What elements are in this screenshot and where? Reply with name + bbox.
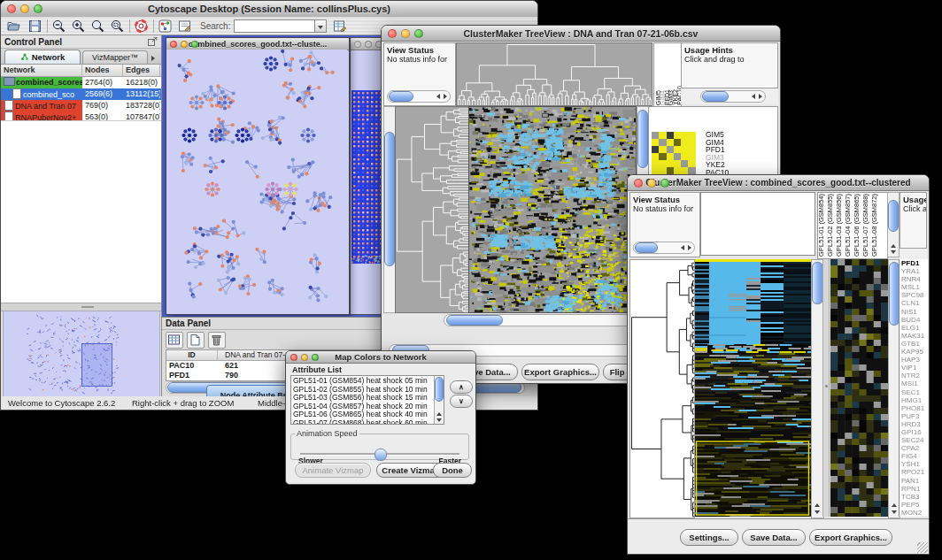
network-window-1[interactable]: combined_scores_good.txt--cluste... — [166, 37, 350, 315]
gene-label[interactable]: YRA1 — [900, 267, 928, 275]
column-label[interactable]: GIM4 — [660, 90, 664, 105]
open-folder-icon[interactable] — [6, 19, 22, 34]
gene-label[interactable]: CPA2 — [900, 444, 928, 452]
minimize-button[interactable] — [365, 41, 372, 48]
network-view-canvas[interactable] — [166, 50, 347, 312]
attribute-listbox[interactable]: GPL51-01 (GSM854) heat shock 05 minGPL51… — [290, 375, 444, 425]
id-column-header[interactable]: ID — [166, 350, 218, 360]
close-button[interactable] — [7, 4, 16, 13]
scrollbar-thumb[interactable] — [702, 91, 729, 102]
heatmap2-canvas[interactable] — [695, 259, 811, 517]
minimize-button[interactable] — [301, 354, 308, 361]
treeview1-left-scrollbar[interactable] — [383, 106, 396, 313]
resize-grip[interactable] — [917, 542, 928, 553]
zoom-out-icon[interactable] — [51, 19, 67, 34]
close-button[interactable] — [634, 179, 643, 188]
column-dendrogram-canvas[interactable] — [456, 42, 652, 106]
row-dendrogram2-canvas[interactable] — [629, 259, 695, 518]
treeview2-title-bar[interactable]: ClusterMaker TreeView : combined_scores_… — [628, 175, 929, 191]
close-button[interactable] — [170, 41, 177, 48]
gene-label[interactable]: MAK31 — [900, 332, 928, 340]
zoom-heatmap-canvas[interactable] — [830, 259, 888, 517]
scrollbar-thumb[interactable] — [637, 110, 648, 168]
correlation-mini-heatmap[interactable] — [652, 132, 696, 174]
help-ring-icon[interactable] — [134, 19, 150, 34]
move-down-button[interactable]: ∨ — [450, 395, 473, 408]
gene-label[interactable]: VIP1 — [900, 364, 928, 372]
scroll-left-arrow[interactable] — [681, 245, 684, 250]
gene-label[interactable]: KAP95 — [900, 348, 928, 356]
gene-label[interactable]: RPN1 — [900, 485, 928, 493]
gene-label[interactable]: SEC1 — [900, 388, 928, 396]
gene-label[interactable]: PUF3 — [900, 412, 928, 420]
tab-overflow-button[interactable] — [151, 53, 160, 64]
scrollbar-thumb[interactable] — [435, 377, 444, 402]
scroll-right-arrow[interactable] — [688, 245, 691, 250]
gene-label[interactable]: FIG4 — [900, 452, 928, 460]
gene-label[interactable]: PEP5 — [900, 501, 928, 509]
done-button[interactable]: Done — [433, 463, 472, 478]
save-data-button[interactable]: Save Data... — [742, 529, 806, 546]
float-panel-icon[interactable] — [148, 34, 158, 50]
export-graphics-button[interactable]: Export Graphics... — [809, 529, 892, 546]
close-button[interactable] — [354, 41, 361, 48]
col-network[interactable]: Network — [1, 65, 82, 76]
scroll-right-arrow[interactable] — [444, 94, 447, 99]
zoom-button[interactable] — [660, 179, 669, 188]
gene-label[interactable]: BUD4 — [900, 316, 928, 324]
scroll-up-arrow[interactable] — [815, 503, 820, 507]
view-status-scrollbar[interactable] — [387, 90, 451, 103]
minimize-button[interactable] — [20, 4, 29, 13]
search-input[interactable] — [234, 19, 315, 33]
gene-label[interactable]: PFD1 — [900, 259, 928, 267]
dialog-title-bar[interactable]: Map Colors to Network — [286, 351, 475, 364]
vizmapper-icon[interactable] — [158, 19, 174, 34]
gene-label[interactable]: MSI1 — [900, 380, 928, 387]
gene-label[interactable]: NIS1 — [900, 308, 928, 316]
export-graphics-button[interactable]: Export Graphics... — [521, 364, 599, 380]
scrollbar-thumb[interactable] — [384, 132, 395, 266]
new-document-icon[interactable] — [187, 332, 205, 349]
main-title-bar[interactable]: Cytoscape Desktop (Session Name: collins… — [1, 1, 537, 18]
treeview1-heatmap-hscrollbar[interactable] — [444, 314, 635, 326]
birdseye-canvas[interactable] — [3, 311, 160, 397]
zoom-button[interactable] — [414, 29, 423, 38]
network-window1-title-bar[interactable]: combined_scores_good.txt--cluste... — [166, 38, 349, 50]
gene-label[interactable]: PAN1 — [900, 477, 928, 485]
slider-thumb[interactable] — [374, 449, 387, 461]
scrollbar-thumb[interactable] — [446, 315, 503, 326]
gene-label[interactable]: RPO21 — [900, 468, 928, 476]
network-row-1[interactable]: combined_sco 2569(6) 13112(15) — [1, 88, 161, 100]
tab-vizmapper[interactable]: VizMapper™ — [82, 50, 148, 64]
panel-divider[interactable] — [822, 259, 830, 517]
heatmap-canvas[interactable] — [468, 106, 637, 313]
scroll-down-arrow[interactable] — [436, 418, 442, 422]
trash-icon[interactable] — [208, 332, 226, 349]
col-nodes[interactable]: Nodes — [82, 65, 123, 76]
move-up-button[interactable]: ∧ — [450, 380, 473, 394]
attribute-list-scrollbar[interactable] — [434, 376, 444, 424]
gene-label[interactable]: MSL1 — [900, 283, 928, 291]
network-list-empty-area[interactable] — [1, 120, 161, 303]
gene-label[interactable]: HAP3 — [900, 356, 928, 364]
column-labels-scrollbar[interactable] — [887, 192, 900, 257]
row-dendrogram-canvas[interactable] — [395, 106, 469, 313]
gene-label[interactable]: HRD3 — [900, 420, 928, 428]
settings-button[interactable]: Settings... — [680, 529, 738, 546]
network-row-2[interactable]: DNA and Tran 07 769(0) 183728(0) — [1, 100, 161, 111]
search-dropdown-button[interactable] — [315, 19, 327, 33]
minimize-button[interactable] — [647, 179, 656, 188]
network-row-0[interactable]: combined_scores 2764(0) 16218(0) — [1, 77, 161, 88]
gene-label[interactable]: SEC24 — [900, 436, 928, 444]
scrollbar-thumb[interactable] — [389, 91, 413, 102]
minimize-button[interactable] — [401, 29, 410, 38]
column-dendrogram-area[interactable] — [700, 192, 815, 256]
zoom-button[interactable] — [34, 4, 42, 13]
network-grid-canvas[interactable] — [351, 90, 384, 264]
view-status-scrollbar[interactable] — [633, 242, 695, 254]
gene-label[interactable]: RNR4 — [900, 275, 928, 283]
gene-label[interactable]: ELG1 — [900, 324, 928, 332]
zoom-fit-icon[interactable] — [90, 19, 106, 34]
treeview1-title-bar[interactable]: ClusterMaker TreeView : DNA and Tran 07-… — [382, 26, 780, 42]
scrollbar-thumb[interactable] — [635, 242, 658, 253]
